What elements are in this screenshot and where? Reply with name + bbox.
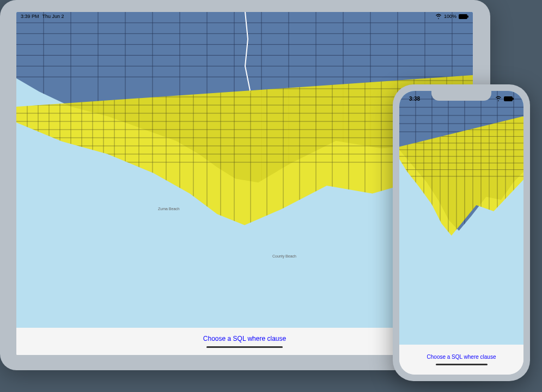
- svg-rect-1: [467, 15, 468, 17]
- home-indicator: [436, 364, 488, 365]
- phone-screen: 3:38: [399, 91, 523, 375]
- tablet-date-label: Thu Jun 2: [42, 14, 64, 19]
- battery-icon: [504, 96, 514, 101]
- battery-icon: [459, 14, 468, 19]
- tablet-status-right: 100%: [435, 14, 468, 19]
- svg-rect-0: [459, 14, 467, 19]
- phone-bottom-bar: Choose a SQL where clause: [399, 345, 523, 375]
- wifi-icon: [435, 14, 442, 19]
- svg-rect-67: [504, 96, 513, 101]
- home-indicator: [206, 346, 283, 348]
- phone-status-right: [495, 96, 514, 101]
- tablet-battery-pct: 100%: [444, 14, 456, 19]
- phone-device-frame: 3:38: [393, 84, 530, 381]
- tablet-status-bar: 3:39 PM Thu Jun 2 100%: [16, 12, 473, 21]
- phone-time-label: 3:38: [409, 96, 420, 102]
- tablet-time-label: 3:39 PM: [21, 14, 39, 19]
- phone-notch: [431, 91, 491, 101]
- svg-rect-68: [513, 97, 514, 100]
- phone-map-view[interactable]: [399, 91, 523, 345]
- choose-sql-clause-button[interactable]: Choose a SQL where clause: [203, 335, 286, 342]
- map-beach-label-2: County Beach: [272, 254, 296, 258]
- tablet-status-left: 3:39 PM Thu Jun 2: [21, 14, 64, 19]
- choose-sql-clause-button[interactable]: Choose a SQL where clause: [427, 354, 496, 360]
- wifi-icon: [495, 96, 502, 101]
- map-beach-label-1: Zuma Beach: [158, 207, 180, 211]
